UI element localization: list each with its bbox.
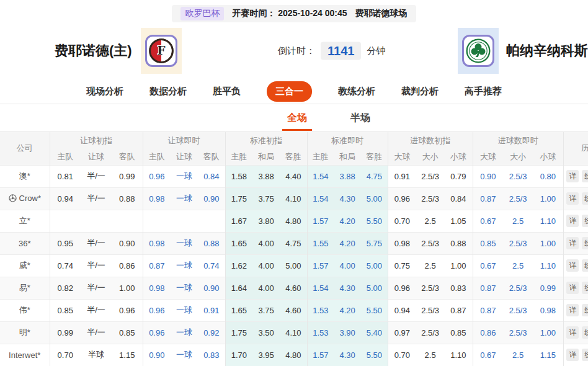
countdown: 倒计时： 1141 分钟 [278,42,385,60]
odds-cell [112,210,143,232]
odds-cell: 4.80 [280,210,307,232]
odds-cell: 4.20 [334,299,361,321]
col-header-company: 公司 [0,132,50,165]
odds-cell: 0.88 [112,187,143,210]
odds-cell: 5.00 [280,254,307,277]
odds-cell: 1.55 [307,232,334,254]
odds-cell: 2.5/3 [416,321,444,344]
odds-cell: 一球 [171,254,198,277]
home-team-logo-icon[interactable]: F [145,35,177,67]
odds-cell: 0.96 [112,299,143,321]
odds-cell: 1.00 [444,254,473,277]
odds-cell: 0.67 [473,210,503,232]
detail-button[interactable]: 详 [566,237,579,249]
tab-win-draw-lose[interactable]: 胜平负 [213,86,241,97]
detail-cell: 详 [563,165,582,187]
stats-button[interactable]: 统 [582,326,588,339]
odds-cell: 2.5 [416,254,444,277]
odds-cell: 0.88 [444,232,473,254]
subtab-full-match[interactable]: 全场 [286,105,308,131]
company-cell: 伟* [0,299,50,321]
stats-button[interactable]: 统 [582,349,588,361]
kickoff-info: 开赛时间： 2025-10-24 00:45 [232,8,347,19]
stats-button[interactable]: 统 [582,192,588,205]
odds-cell: 1.58 [225,165,252,187]
detail-button[interactable]: 详 [566,326,579,339]
odds-cell: 4.60 [280,277,307,299]
odds-cell: 一球 [171,187,198,210]
match-header: 费耶诺德(主) F 倒计时： 1141 分钟 [0,22,588,79]
tab-three-in-one[interactable]: 三合一 [267,81,312,102]
stats-button[interactable]: 统 [582,215,588,227]
odds-cell: 0.67 [473,254,503,277]
odds-cell: 半/一 [81,254,112,277]
odds-cell: 1.57 [307,254,334,277]
odds-cell: 4.30 [334,187,361,210]
odds-cell: 4.10 [280,187,307,210]
away-team-logo-icon[interactable] [462,35,494,67]
odds-cell: 4.30 [334,277,361,299]
odds-cell: 0.87 [473,187,503,210]
odds-cell: 5.00 [361,254,388,277]
detail-cell: 详 [563,321,582,344]
detail-button[interactable]: 详 [566,349,579,361]
sub-header-4-2: 小球 [444,149,473,165]
detail-cell: 详 [563,232,582,254]
odds-cell: 3.50 [252,321,280,344]
odds-cell: 0.88 [198,232,225,254]
league-badge[interactable]: 欧罗巴杯 [180,7,224,20]
detail-button[interactable]: 详 [566,259,579,272]
odds-cell: 5.00 [361,277,388,299]
company-cell: 明* [0,321,50,344]
stats-button[interactable]: 统 [582,304,588,316]
sub-header-1-2: 客队 [198,149,225,165]
nav-tabs: 现场分析 数据分析 胜平负 三合一 教练分析 裁判分析 高手推荐 [0,79,588,104]
odds-cell: 1.54 [307,187,334,210]
stats-button[interactable]: 统 [582,170,588,182]
svg-text:F: F [157,44,165,57]
odds-cell: 半/一 [81,187,112,210]
odds-cell: 0.85 [473,232,503,254]
tab-data-analysis[interactable]: 数据分析 [149,86,187,97]
tab-expert-picks[interactable]: 高手推荐 [465,86,502,97]
tab-referee-analysis[interactable]: 裁判分析 [401,86,439,97]
col-header-history: 历 [563,132,588,165]
detail-button[interactable]: 详 [566,304,579,316]
stats-button[interactable]: 统 [582,282,588,294]
odds-cell: 4.00 [252,254,280,277]
detail-button[interactable]: 详 [566,170,579,182]
odds-cell [198,210,225,232]
sub-header-3-1: 和局 [334,149,361,165]
stats-cell: 统 [582,321,588,344]
venue: 费耶诺德球场 [355,8,408,19]
detail-button[interactable]: 详 [566,215,579,227]
odds-cell: 1.00 [533,321,563,344]
odds-cell: 0.99 [50,321,81,344]
odds-cell: 半/一 [81,299,112,321]
odds-cell: 2.5 [503,254,533,277]
subtab-half-match[interactable]: 半场 [349,105,372,131]
company-cell: Interwet* [0,344,50,366]
odds-cell: 1.70 [225,344,252,366]
sub-header-4-0: 大球 [388,149,416,165]
sub-header-5-0: 大球 [473,149,503,165]
detail-button[interactable]: 详 [566,192,579,205]
sub-header-1-0: 主队 [143,149,171,165]
odds-cell: 0.85 [50,299,81,321]
tab-live-analysis[interactable]: 现场分析 [86,86,123,97]
odds-cell: 0.97 [388,321,416,344]
tab-coach-analysis[interactable]: 教练分析 [338,86,375,97]
odds-cell: 半/一 [81,277,112,299]
odds-cell: 3.88 [252,165,280,187]
odds-cell: 1.10 [444,344,473,366]
odds-cell: 1.54 [307,165,334,187]
odds-cell: 3.90 [334,321,361,344]
table-row: 明*0.99半/一0.850.96一球0.921.753.504.101.533… [0,321,588,344]
countdown-value: 1141 [321,42,361,60]
stats-button[interactable]: 统 [582,259,588,272]
odds-cell: 0.67 [473,344,503,366]
detail-button[interactable]: 详 [566,282,579,294]
odds-cell: 0.92 [198,321,225,344]
stats-button[interactable]: 统 [582,237,588,249]
odds-cell: 2.5/3 [416,277,444,299]
